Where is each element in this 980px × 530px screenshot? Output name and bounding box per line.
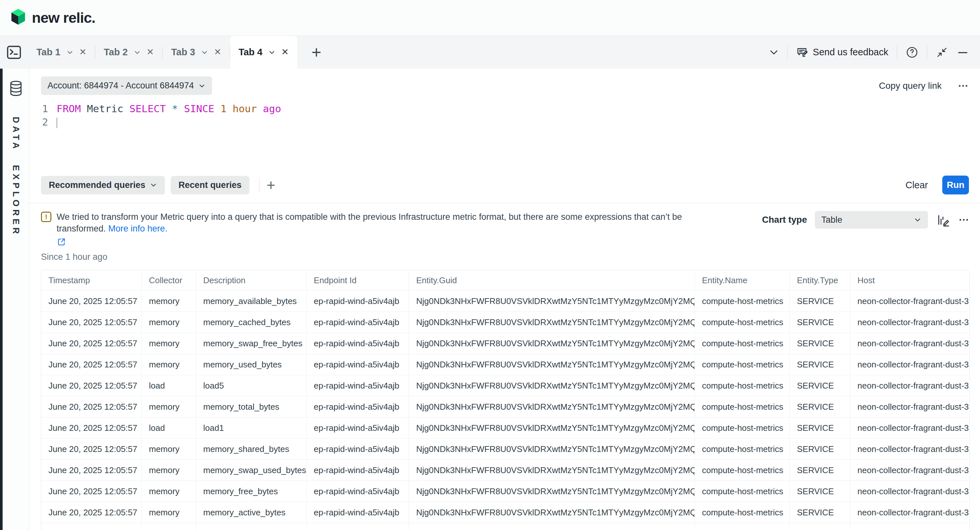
chart-type-select[interactable]: Table <box>815 211 928 229</box>
cell: load5 <box>196 375 306 396</box>
column-header[interactable]: Entity.Name <box>695 270 789 290</box>
feedback-icon <box>796 46 809 59</box>
nrql-editor[interactable]: 1 2 FROM Metric SELECT * SINCE 1 hour ag… <box>41 102 980 173</box>
cell: Njg0NDk3NHxFWFR8U0VSVklDRXwtMzY5NTc1MTYy… <box>409 417 695 438</box>
column-header[interactable]: Description <box>196 270 306 290</box>
column-header[interactable]: Endpoint Id <box>306 270 409 290</box>
top-header: new relic. <box>0 0 980 36</box>
cell: Njg0NDk3NHxFWFR8U0VSVklDRXwtMzY5NTc1MTYy… <box>409 460 695 481</box>
cell: June 20, 2025 12:05:57 <box>41 354 142 375</box>
table-header-row: TimestampCollectorDescriptionEndpoint Id… <box>41 270 969 290</box>
chevron-down-icon[interactable] <box>201 49 208 56</box>
column-header[interactable]: Entity.Type <box>789 270 850 290</box>
close-icon[interactable]: ✕ <box>214 48 221 57</box>
close-icon[interactable]: ✕ <box>80 48 87 57</box>
column-header[interactable]: Host <box>850 270 969 290</box>
cell: compute-host-metrics <box>695 417 789 438</box>
chevron-down-icon[interactable] <box>66 49 73 56</box>
close-icon[interactable]: ✕ <box>281 48 289 57</box>
cell: neon-collector-fragrant-dust-3 <box>850 481 969 502</box>
tab-bar: Tab 1✕Tab 2✕Tab 3✕Tab 4✕ + Send us feedb… <box>0 36 980 68</box>
add-tab-button[interactable]: + <box>308 44 325 61</box>
cell: Njg0NDk3NHxFWFR8U0VSVklDRXwtMzY5NTc1MTYy… <box>409 375 695 396</box>
run-button[interactable]: Run <box>942 175 969 194</box>
account-selector[interactable]: Account: 6844974 - Account 6844974 <box>41 76 212 95</box>
tab-bar-right-controls: Send us feedback <box>769 45 980 59</box>
clear-button[interactable]: Clear <box>905 180 928 191</box>
chevron-down-icon[interactable] <box>268 49 275 56</box>
more-options-icon[interactable] <box>957 80 969 92</box>
column-header[interactable]: Entity.Guid <box>409 270 695 290</box>
query-console-icon[interactable] <box>0 44 28 61</box>
chart-type-label: Chart type <box>762 215 807 225</box>
table-row: June 20, 2025 12:05:57memorymemory_activ… <box>41 502 969 523</box>
tab-list: Tab 1✕Tab 2✕Tab 3✕Tab 4✕ <box>28 36 297 68</box>
cell: memory_total_bytes <box>196 396 306 417</box>
cell: June 20, 2025 12:05:57 <box>41 439 142 460</box>
transform-warning: ! We tried to transform your Metric quer… <box>41 211 711 262</box>
chevron-down-icon[interactable] <box>134 49 141 56</box>
cell: Njg0NDk3NHxFWFR8U0VSVklDRXwtMzY5NTc1MTYy… <box>409 439 695 460</box>
warning-icon: ! <box>41 212 51 222</box>
cell: compute-host-metrics <box>695 439 789 460</box>
query-token: 1 hour <box>214 103 263 115</box>
query-token: ago <box>263 103 281 115</box>
close-icon[interactable]: ✕ <box>146 48 154 57</box>
cell: memory <box>142 354 196 375</box>
query-token: * <box>166 103 184 115</box>
cell: neon-collector-fragrant-dust-3 <box>850 417 969 438</box>
edit-chart-icon[interactable] <box>936 213 950 227</box>
cell: June 20, 2025 12:05:57 <box>41 502 142 523</box>
cell: June 20, 2025 12:05:57 <box>41 333 142 354</box>
external-link-icon[interactable] <box>57 237 66 247</box>
chevron-down-icon[interactable] <box>769 48 779 57</box>
cell: SERVICE <box>789 396 850 417</box>
results-section: ! We tried to transform your Metric quer… <box>29 203 980 530</box>
left-edge-strip <box>0 68 3 530</box>
recent-queries-button[interactable]: Recent queries <box>171 176 250 194</box>
cell: memory_swap_used_bytes <box>196 460 306 481</box>
cell: ep-rapid-wind-a5iv4ajb <box>306 502 409 523</box>
table-row: June 20, 2025 12:05:57memorymemory_cache… <box>41 312 969 333</box>
since-label: Since 1 hour ago <box>41 252 711 262</box>
column-header[interactable]: Timestamp <box>41 270 142 290</box>
more-info-link[interactable]: More info here. <box>108 224 167 234</box>
cell: compute-host-metrics <box>695 291 789 312</box>
cell: SERVICE <box>789 523 850 530</box>
more-options-icon[interactable] <box>958 214 970 226</box>
column-header[interactable]: Collector <box>142 270 196 290</box>
tab-tab-2[interactable]: Tab 2✕ <box>95 36 162 68</box>
cell: June 20, 2025 12:05:57 <box>41 291 142 312</box>
add-query-button[interactable]: + <box>267 178 275 193</box>
chart-type-controls: Chart type Table <box>762 211 970 229</box>
query-line-2 <box>57 115 281 129</box>
cell: neon-collector-fragrant-dust-3 <box>850 375 969 396</box>
database-icon[interactable] <box>8 80 24 97</box>
cell: June 20, 2025 12:05:57 <box>41 417 142 438</box>
cell: neon-collector-fragrant-dust-3 <box>850 439 969 460</box>
new-relic-logo: new relic. <box>10 8 95 27</box>
minimize-icon[interactable] <box>956 46 969 59</box>
table-row: June 20, 2025 12:05:57memorymemory_free_… <box>41 481 969 502</box>
cell: compute-host-metrics <box>695 502 789 523</box>
cell: ep-rapid-wind-a5iv4ajb <box>306 354 409 375</box>
tab-label: Tab 2 <box>104 47 128 57</box>
cell: ep-rapid-wind-a5iv4ajb <box>306 523 409 530</box>
tab-tab-4[interactable]: Tab 4✕ <box>230 36 297 68</box>
cell: ep-rapid-wind-a5iv4ajb <box>306 460 409 481</box>
query-toolbar: Recommended queries Recent queries + Cle… <box>41 175 969 194</box>
help-icon[interactable] <box>905 46 918 59</box>
recommended-queries-button[interactable]: Recommended queries <box>41 176 165 194</box>
cell: SERVICE <box>789 354 850 375</box>
copy-query-link-button[interactable]: Copy query link <box>879 81 942 91</box>
cell: memory <box>142 312 196 333</box>
sidebar-label-data-explorer[interactable]: DATA EXPLORER <box>11 117 21 237</box>
cell: SERVICE <box>789 333 850 354</box>
cell: June 20, 2025 12:05:57 <box>41 375 142 396</box>
send-feedback-button[interactable]: Send us feedback <box>796 46 888 59</box>
cell: memory <box>142 333 196 354</box>
tab-tab-3[interactable]: Tab 3✕ <box>162 36 229 68</box>
cell: SERVICE <box>789 460 850 481</box>
collapse-icon[interactable] <box>936 46 948 59</box>
tab-tab-1[interactable]: Tab 1✕ <box>28 36 95 68</box>
